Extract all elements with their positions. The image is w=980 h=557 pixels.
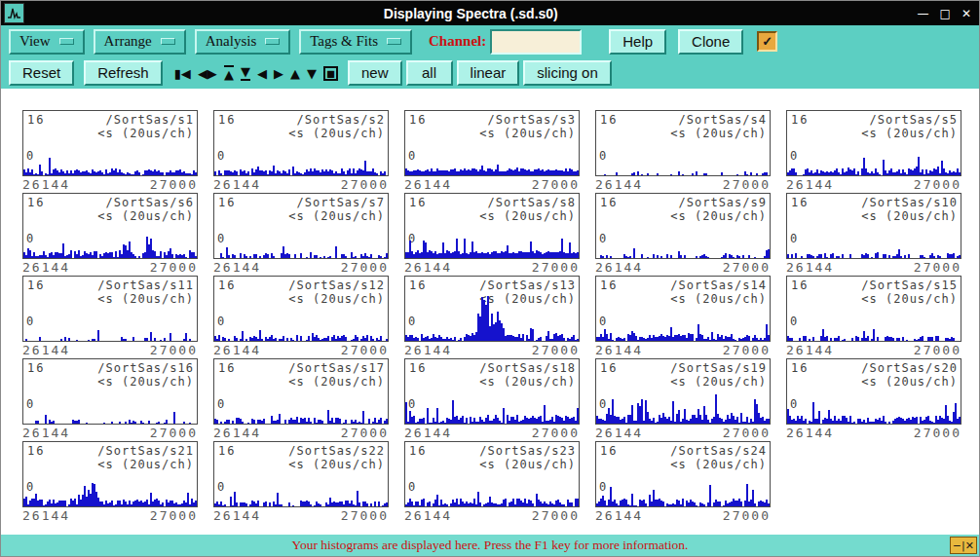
spectrum-panel[interactable]: 16 /SortSas/s6 <s (20us/ch) 0	[22, 193, 198, 259]
slicing-button[interactable]: slicing on	[523, 60, 612, 86]
expand-horizontal-icon[interactable]: ◀▶	[198, 67, 217, 80]
histogram	[405, 448, 579, 506]
spectrum-panel[interactable]: 16 /SortSas/s2 <s (20us/ch) 0	[213, 110, 389, 176]
x-min-label: 26144	[22, 343, 70, 357]
window-controls: — □ ✕	[918, 8, 971, 19]
x-axis-labels: 26144 27000	[22, 342, 198, 357]
x-min-label: 26144	[595, 343, 643, 357]
scroll-top-icon[interactable]: ▲	[224, 65, 234, 81]
x-min-label: 26144	[213, 260, 261, 275]
spectrum-panel[interactable]: 16 /SortSas/s9 <s (20us/ch) 0	[595, 193, 771, 259]
x-axis-labels: 26144 27000	[786, 342, 961, 357]
x-min-label: 26144	[404, 177, 452, 192]
spectrum-panel[interactable]: 16 /SortSas/s12 <s (20us/ch) 0	[213, 276, 389, 342]
resize-grip[interactable]: −|✕	[950, 537, 977, 554]
x-max-label: 27000	[532, 343, 580, 357]
spectrum-panel[interactable]: 16 /SortSas/s8 <s (20us/ch) 0	[404, 193, 580, 259]
x-axis-labels: 26144 27000	[213, 176, 389, 192]
all-button[interactable]: all	[406, 60, 453, 86]
scroll-bottom-icon[interactable]: ▼	[241, 65, 250, 81]
spectrum-cell: 16 /SortSas/s4 <s (20us/ch) 0 26144 2700…	[595, 110, 771, 193]
square-icon[interactable]: ◼	[323, 66, 338, 81]
menu-analysis[interactable]: Analysis	[195, 29, 291, 55]
spectrum-panel[interactable]: 16 /SortSas/s3 <s (20us/ch) 0	[404, 110, 580, 176]
x-max-label: 27000	[150, 260, 198, 275]
spectrum-panel[interactable]: 16 /SortSas/s13 <s (20us/ch) 0	[404, 276, 580, 342]
channel-input[interactable]	[490, 29, 582, 55]
x-max-label: 27000	[723, 508, 771, 523]
menu-view[interactable]: View	[9, 29, 85, 55]
spectrum-panel[interactable]: 16 /SortSas/s10 <s (20us/ch) 0	[786, 193, 961, 259]
up-icon[interactable]: ▲	[290, 67, 300, 80]
histogram	[596, 448, 770, 506]
spectrum-panel[interactable]: 16 /SortSas/s17 <s (20us/ch) 0	[213, 358, 389, 425]
spectrum-panel[interactable]: 16 /SortSas/s4 <s (20us/ch) 0	[595, 110, 771, 176]
spectrum-cell: 16 /SortSas/s9 <s (20us/ch) 0 26144 2700…	[595, 193, 771, 276]
toggle-checkbox[interactable]: ✓	[757, 31, 777, 52]
spectrum-panel[interactable]: 16 /SortSas/s19 <s (20us/ch) 0	[595, 358, 771, 425]
x-axis-labels: 26144 27000	[595, 259, 771, 275]
down-icon[interactable]: ▼	[307, 67, 317, 80]
app-icon[interactable]	[4, 3, 24, 23]
left-icon[interactable]: ◀	[257, 67, 267, 80]
histogram	[214, 282, 388, 341]
menu-arrange[interactable]: Arrange	[94, 29, 186, 55]
spectrum-cell: 16 /SortSas/s22 <s (20us/ch) 0 26144 270…	[213, 441, 389, 524]
x-axis-labels: 26144 27000	[404, 507, 580, 523]
spectrum-cell: 16 /SortSas/s12 <s (20us/ch) 0 26144 270…	[213, 276, 389, 358]
x-max-label: 27000	[150, 508, 198, 523]
x-max-label: 27000	[723, 343, 771, 357]
help-button[interactable]: Help	[609, 29, 666, 55]
spectrum-panel[interactable]: 16 /SortSas/s11 <s (20us/ch) 0	[22, 276, 198, 342]
spectrum-panel[interactable]: 16 /SortSas/s5 <s (20us/ch) 0	[786, 110, 961, 176]
spectrum-panel[interactable]: 16 /SortSas/s14 <s (20us/ch) 0	[595, 276, 771, 342]
x-axis-labels: 26144 27000	[213, 342, 389, 357]
x-axis-labels: 26144 27000	[786, 425, 961, 440]
spectrum-cell: 16 /SortSas/s7 <s (20us/ch) 0 26144 2700…	[213, 193, 389, 276]
spectrum-panel[interactable]: 16 /SortSas/s21 <s (20us/ch) 0	[22, 441, 198, 507]
skip-left-icon[interactable]: ▮◀	[174, 67, 191, 80]
x-max-label: 27000	[723, 177, 771, 192]
spectra-grid: 16 /SortSas/s1 <s (20us/ch) 0 26144 2700…	[22, 110, 979, 524]
spectrum-panel[interactable]: 16 /SortSas/s24 <s (20us/ch) 0	[595, 441, 771, 507]
spectrum-panel[interactable]: 16 /SortSas/s23 <s (20us/ch) 0	[404, 441, 580, 507]
maximize-icon[interactable]: □	[940, 8, 951, 19]
x-min-label: 26144	[786, 426, 834, 440]
spectrum-cell: 16 /SortSas/s5 <s (20us/ch) 0 26144 2700…	[786, 110, 961, 193]
right-icon[interactable]: ▶	[274, 67, 283, 80]
menu-arrange-label: Arrange	[104, 33, 152, 50]
x-axis-labels: 26144 27000	[213, 259, 389, 275]
minimize-icon[interactable]: —	[918, 8, 929, 19]
histogram	[214, 200, 388, 258]
refresh-button[interactable]: Refresh	[84, 60, 163, 86]
spectrum-panel[interactable]: 16 /SortSas/s1 <s (20us/ch) 0	[22, 110, 198, 176]
spectrum-cell: 16 /SortSas/s20 <s (20us/ch) 0 26144 270…	[786, 358, 961, 441]
x-min-label: 26144	[404, 508, 452, 523]
app-window: Displaying Spectra (.sd.s0) — □ ✕ View A…	[0, 0, 980, 557]
x-axis-labels: 26144 27000	[404, 176, 580, 192]
spectrum-panel[interactable]: 16 /SortSas/s16 <s (20us/ch) 0	[22, 358, 198, 425]
clone-button[interactable]: Clone	[678, 29, 743, 55]
status-message: Your histograms are displayed here. Pres…	[292, 538, 689, 553]
spectrum-panel[interactable]: 16 /SortSas/s18 <s (20us/ch) 0	[404, 358, 580, 425]
reset-button[interactable]: Reset	[9, 60, 74, 86]
close-icon[interactable]: ✕	[961, 8, 971, 19]
spectrum-panel[interactable]: 16 /SortSas/s7 <s (20us/ch) 0	[213, 193, 389, 259]
menu-tags-fits[interactable]: Tags & Fits	[299, 29, 412, 55]
x-max-label: 27000	[532, 426, 580, 440]
histogram	[596, 117, 770, 175]
new-button[interactable]: new	[348, 60, 402, 86]
x-axis-labels: 26144 27000	[595, 342, 771, 357]
linear-button[interactable]: linear	[457, 60, 520, 86]
spectrum-panel[interactable]: 16 /SortSas/s20 <s (20us/ch) 0	[786, 358, 961, 425]
x-axis-labels: 26144 27000	[213, 507, 389, 523]
spectrum-panel[interactable]: 16 /SortSas/s15 <s (20us/ch) 0	[786, 276, 961, 342]
spectrum-panel[interactable]: 16 /SortSas/s22 <s (20us/ch) 0	[213, 441, 389, 507]
histogram	[214, 117, 388, 175]
menu-indicator-icon	[265, 38, 280, 45]
x-min-label: 26144	[213, 426, 261, 440]
spectrum-cell: 16 /SortSas/s21 <s (20us/ch) 0 26144 270…	[22, 441, 198, 524]
spectrum-glyph	[7, 6, 21, 20]
x-max-label: 27000	[723, 260, 771, 275]
spectrum-cell: 16 /SortSas/s8 <s (20us/ch) 0 26144 2700…	[404, 193, 580, 276]
